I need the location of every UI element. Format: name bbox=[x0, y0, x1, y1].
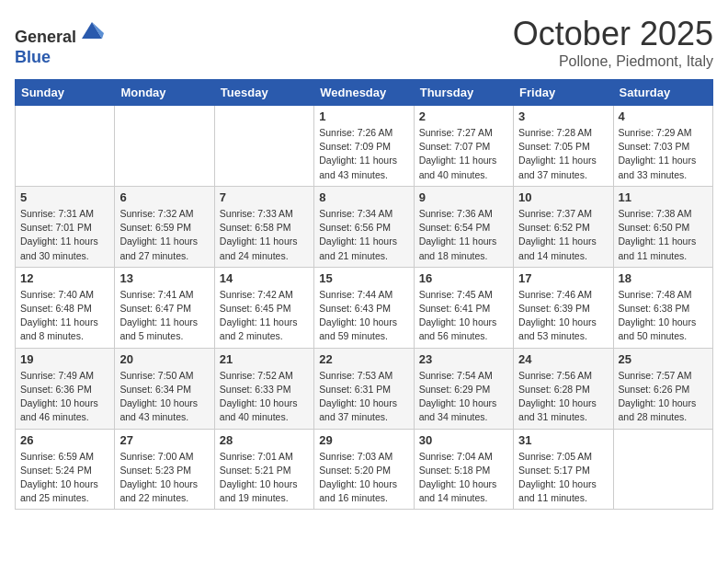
day-number: 7 bbox=[220, 190, 309, 204]
day-info: Sunrise: 7:33 AM Sunset: 6:58 PM Dayligh… bbox=[220, 207, 309, 263]
calendar-cell: 31Sunrise: 7:05 AM Sunset: 5:17 PM Dayli… bbox=[514, 429, 613, 510]
day-info: Sunrise: 7:50 AM Sunset: 6:34 PM Dayligh… bbox=[119, 369, 209, 425]
calendar-table: SundayMondayTuesdayWednesdayThursdayFrid… bbox=[15, 79, 713, 510]
day-number: 13 bbox=[119, 271, 209, 285]
day-number: 6 bbox=[119, 190, 209, 204]
day-number: 10 bbox=[518, 190, 608, 204]
day-number: 17 bbox=[518, 271, 608, 285]
month-title: October 2025 bbox=[513, 15, 713, 53]
day-info: Sunrise: 7:45 AM Sunset: 6:41 PM Dayligh… bbox=[419, 288, 508, 344]
day-info: Sunrise: 7:27 AM Sunset: 7:07 PM Dayligh… bbox=[419, 126, 508, 182]
calendar-cell: 1Sunrise: 7:26 AM Sunset: 7:09 PM Daylig… bbox=[314, 106, 414, 187]
calendar-week-row: 19Sunrise: 7:49 AM Sunset: 6:36 PM Dayli… bbox=[16, 348, 713, 429]
col-header-wednesday: Wednesday bbox=[314, 80, 414, 106]
day-info: Sunrise: 7:28 AM Sunset: 7:05 PM Dayligh… bbox=[518, 126, 608, 182]
day-info: Sunrise: 7:41 AM Sunset: 6:47 PM Dayligh… bbox=[119, 288, 209, 344]
day-number: 3 bbox=[518, 109, 608, 123]
day-number: 24 bbox=[518, 352, 608, 366]
day-number: 12 bbox=[20, 271, 109, 285]
calendar-cell: 11Sunrise: 7:38 AM Sunset: 6:50 PM Dayli… bbox=[613, 186, 712, 267]
calendar-cell: 3Sunrise: 7:28 AM Sunset: 7:05 PM Daylig… bbox=[514, 106, 613, 187]
calendar-week-row: 26Sunrise: 6:59 AM Sunset: 5:24 PM Dayli… bbox=[16, 429, 713, 510]
day-number: 23 bbox=[419, 352, 508, 366]
calendar-cell: 12Sunrise: 7:40 AM Sunset: 6:48 PM Dayli… bbox=[16, 267, 115, 348]
day-number: 8 bbox=[319, 190, 408, 204]
day-number: 14 bbox=[220, 271, 309, 285]
day-info: Sunrise: 7:37 AM Sunset: 6:52 PM Dayligh… bbox=[518, 207, 608, 263]
calendar-cell: 9Sunrise: 7:36 AM Sunset: 6:54 PM Daylig… bbox=[414, 186, 513, 267]
day-number: 19 bbox=[20, 352, 109, 366]
col-header-thursday: Thursday bbox=[414, 80, 513, 106]
logo-icon bbox=[78, 15, 106, 42]
day-number: 26 bbox=[20, 433, 109, 447]
day-number: 25 bbox=[619, 352, 708, 366]
day-info: Sunrise: 7:42 AM Sunset: 6:45 PM Dayligh… bbox=[220, 288, 309, 344]
calendar-cell: 10Sunrise: 7:37 AM Sunset: 6:52 PM Dayli… bbox=[514, 186, 613, 267]
calendar-cell: 7Sunrise: 7:33 AM Sunset: 6:58 PM Daylig… bbox=[214, 186, 313, 267]
calendar-cell: 17Sunrise: 7:46 AM Sunset: 6:39 PM Dayli… bbox=[514, 267, 613, 348]
day-info: Sunrise: 7:03 AM Sunset: 5:20 PM Dayligh… bbox=[319, 450, 408, 506]
calendar-cell bbox=[214, 106, 313, 187]
day-info: Sunrise: 7:26 AM Sunset: 7:09 PM Dayligh… bbox=[319, 126, 408, 182]
day-info: Sunrise: 7:00 AM Sunset: 5:23 PM Dayligh… bbox=[119, 450, 209, 506]
calendar-cell: 19Sunrise: 7:49 AM Sunset: 6:36 PM Dayli… bbox=[16, 348, 115, 429]
calendar-cell bbox=[115, 106, 214, 187]
day-info: Sunrise: 7:32 AM Sunset: 6:59 PM Dayligh… bbox=[119, 207, 209, 263]
day-number: 30 bbox=[419, 433, 508, 447]
day-number: 29 bbox=[319, 433, 408, 447]
day-number: 22 bbox=[319, 352, 408, 366]
location-subtitle: Pollone, Piedmont, Italy bbox=[513, 53, 713, 70]
calendar-cell: 13Sunrise: 7:41 AM Sunset: 6:47 PM Dayli… bbox=[115, 267, 214, 348]
day-info: Sunrise: 7:40 AM Sunset: 6:48 PM Dayligh… bbox=[20, 288, 109, 344]
day-info: Sunrise: 7:38 AM Sunset: 6:50 PM Dayligh… bbox=[619, 207, 708, 263]
day-info: Sunrise: 6:59 AM Sunset: 5:24 PM Dayligh… bbox=[20, 450, 109, 506]
day-number: 11 bbox=[619, 190, 708, 204]
day-info: Sunrise: 7:49 AM Sunset: 6:36 PM Dayligh… bbox=[20, 369, 109, 425]
calendar-cell: 14Sunrise: 7:42 AM Sunset: 6:45 PM Dayli… bbox=[214, 267, 313, 348]
day-number: 2 bbox=[419, 109, 508, 123]
day-number: 21 bbox=[220, 352, 309, 366]
title-block: October 2025 Pollone, Piedmont, Italy bbox=[513, 15, 713, 70]
day-info: Sunrise: 7:46 AM Sunset: 6:39 PM Dayligh… bbox=[518, 288, 608, 344]
logo-general: General bbox=[15, 28, 76, 46]
day-number: 28 bbox=[220, 433, 309, 447]
day-number: 18 bbox=[619, 271, 708, 285]
calendar-cell: 8Sunrise: 7:34 AM Sunset: 6:56 PM Daylig… bbox=[314, 186, 414, 267]
calendar-cell: 15Sunrise: 7:44 AM Sunset: 6:43 PM Dayli… bbox=[314, 267, 414, 348]
day-info: Sunrise: 7:54 AM Sunset: 6:29 PM Dayligh… bbox=[419, 369, 508, 425]
col-header-friday: Friday bbox=[514, 80, 613, 106]
calendar-cell: 27Sunrise: 7:00 AM Sunset: 5:23 PM Dayli… bbox=[115, 429, 214, 510]
calendar-cell: 30Sunrise: 7:04 AM Sunset: 5:18 PM Dayli… bbox=[414, 429, 513, 510]
col-header-sunday: Sunday bbox=[16, 80, 115, 106]
col-header-tuesday: Tuesday bbox=[214, 80, 313, 106]
day-info: Sunrise: 7:31 AM Sunset: 7:01 PM Dayligh… bbox=[20, 207, 109, 263]
calendar-cell: 2Sunrise: 7:27 AM Sunset: 7:07 PM Daylig… bbox=[414, 106, 513, 187]
calendar-cell bbox=[613, 429, 712, 510]
calendar-cell: 29Sunrise: 7:03 AM Sunset: 5:20 PM Dayli… bbox=[314, 429, 414, 510]
day-number: 20 bbox=[119, 352, 209, 366]
calendar-cell: 20Sunrise: 7:50 AM Sunset: 6:34 PM Dayli… bbox=[115, 348, 214, 429]
calendar-cell: 25Sunrise: 7:57 AM Sunset: 6:26 PM Dayli… bbox=[613, 348, 712, 429]
day-info: Sunrise: 7:29 AM Sunset: 7:03 PM Dayligh… bbox=[619, 126, 708, 182]
day-info: Sunrise: 7:44 AM Sunset: 6:43 PM Dayligh… bbox=[319, 288, 408, 344]
calendar-cell: 28Sunrise: 7:01 AM Sunset: 5:21 PM Dayli… bbox=[214, 429, 313, 510]
day-number: 16 bbox=[419, 271, 508, 285]
day-number: 1 bbox=[319, 109, 408, 123]
day-number: 27 bbox=[119, 433, 209, 447]
calendar-cell: 26Sunrise: 6:59 AM Sunset: 5:24 PM Dayli… bbox=[16, 429, 115, 510]
calendar-cell: 16Sunrise: 7:45 AM Sunset: 6:41 PM Dayli… bbox=[414, 267, 513, 348]
calendar-cell: 4Sunrise: 7:29 AM Sunset: 7:03 PM Daylig… bbox=[613, 106, 712, 187]
day-number: 4 bbox=[619, 109, 708, 123]
calendar-cell: 21Sunrise: 7:52 AM Sunset: 6:33 PM Dayli… bbox=[214, 348, 313, 429]
calendar-cell: 23Sunrise: 7:54 AM Sunset: 6:29 PM Dayli… bbox=[414, 348, 513, 429]
day-info: Sunrise: 7:48 AM Sunset: 6:38 PM Dayligh… bbox=[619, 288, 708, 344]
day-number: 5 bbox=[20, 190, 109, 204]
calendar-week-row: 1Sunrise: 7:26 AM Sunset: 7:09 PM Daylig… bbox=[16, 106, 713, 187]
day-info: Sunrise: 7:57 AM Sunset: 6:26 PM Dayligh… bbox=[619, 369, 708, 425]
day-info: Sunrise: 7:52 AM Sunset: 6:33 PM Dayligh… bbox=[220, 369, 309, 425]
calendar-cell bbox=[16, 106, 115, 187]
page-header: General Blue October 2025 Pollone, Piedm… bbox=[15, 15, 713, 70]
day-number: 31 bbox=[518, 433, 608, 447]
logo: General Blue bbox=[15, 15, 106, 67]
day-number: 9 bbox=[419, 190, 508, 204]
